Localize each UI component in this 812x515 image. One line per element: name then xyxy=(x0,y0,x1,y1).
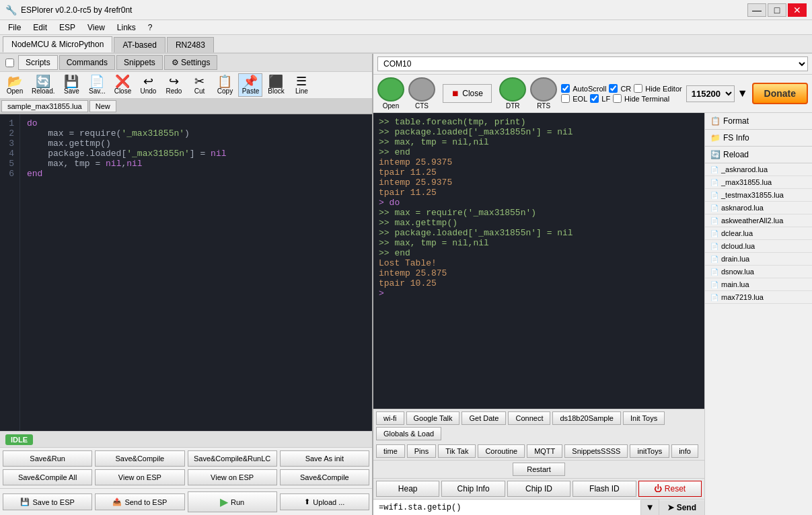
close-serial-button[interactable]: ⏹ Close xyxy=(443,84,492,103)
maximize-button[interactable]: □ xyxy=(768,3,786,17)
open-serial-button[interactable]: Open xyxy=(377,77,404,110)
tab-at[interactable]: AT-based xyxy=(114,37,165,52)
file-asknarod2[interactable]: 📄 asknarod.lua xyxy=(705,202,812,214)
save-as-init-button[interactable]: Save As init xyxy=(280,450,369,467)
block-button[interactable]: ⬛ Block xyxy=(264,73,288,97)
tab-nodemcu[interactable]: NodeMCU & MicroPython xyxy=(3,36,112,52)
rts-button[interactable]: RTS xyxy=(530,77,557,110)
tik-tak-button[interactable]: Tik Tak xyxy=(438,444,476,458)
fs-info-icon: 📁 xyxy=(710,133,721,143)
select-all-checkbox[interactable] xyxy=(5,58,14,67)
eol-checkbox[interactable] xyxy=(561,94,570,103)
file-tab-sample[interactable]: sample_max31855.lua xyxy=(1,100,88,112)
menu-links[interactable]: Links xyxy=(112,22,141,34)
tab-rn2483[interactable]: RN2483 xyxy=(167,37,214,52)
chip-id-button[interactable]: Chip ID xyxy=(507,481,570,497)
save-run-button[interactable]: Save&Run xyxy=(3,450,92,467)
dtr-button[interactable]: DTR xyxy=(499,77,526,110)
file-main[interactable]: 📄 main.lua xyxy=(705,278,812,291)
upload-button[interactable]: ⬆ Upload ... xyxy=(280,493,369,510)
init-toys-button[interactable]: Init Toys xyxy=(623,411,665,425)
tab-settings[interactable]: ⚙ Settings xyxy=(164,55,218,70)
wifi-button[interactable]: wi-fi xyxy=(376,411,404,425)
ds18b20-button[interactable]: ds18b20Sample xyxy=(552,411,621,425)
time-button[interactable]: time xyxy=(376,444,405,458)
autoscroll-checkbox[interactable] xyxy=(561,84,570,93)
menu-view[interactable]: View xyxy=(82,22,110,34)
run-button[interactable]: ▶ Run xyxy=(188,491,277,512)
save-compile-button2[interactable]: Save&Compile xyxy=(280,469,369,485)
view-on-esp-button2[interactable]: View on ESP xyxy=(188,469,277,485)
minimize-button[interactable]: — xyxy=(747,3,766,17)
close-file-button[interactable]: ❌ Close xyxy=(110,73,135,97)
close-button[interactable]: ✕ xyxy=(788,3,807,17)
file-max7219[interactable]: 📄 max7219.lua xyxy=(705,291,812,304)
connect-button[interactable]: Connect xyxy=(508,411,550,425)
menu-esp[interactable]: ESP xyxy=(54,22,81,34)
cts-button[interactable]: CTS xyxy=(408,77,435,110)
code-editor[interactable]: 123456 do max = require('_max31855n') ma… xyxy=(0,114,372,431)
file-dclear[interactable]: 📄 dclear.lua xyxy=(705,227,812,240)
file-askweather[interactable]: 📄 askweatherAll2.lua xyxy=(705,214,812,227)
menu-help[interactable]: ? xyxy=(143,22,158,34)
hide-editor-checkbox[interactable] xyxy=(634,84,642,93)
save-compile-runlc-button[interactable]: Save&Compile&RunLC xyxy=(188,450,277,467)
tab-snippets[interactable]: Snippets xyxy=(116,55,163,70)
send-to-esp-button[interactable]: 📤 Send to ESP xyxy=(95,493,184,510)
google-talk-button[interactable]: Google Talk xyxy=(406,411,460,425)
cut-button[interactable]: ✂ Cut xyxy=(187,73,211,97)
com-port-select[interactable]: COM10 xyxy=(377,56,808,71)
baud-rate-select[interactable]: 115200 9600 57600 xyxy=(686,85,735,102)
save-as-icon: 📄 xyxy=(89,75,104,87)
reset-button[interactable]: ⏻ Reset xyxy=(638,481,702,497)
save-as-button[interactable]: 📄 Sav... xyxy=(85,73,109,97)
tab-commands[interactable]: Commands xyxy=(59,55,115,70)
reload-button[interactable]: 🔄 Reload. xyxy=(28,73,58,97)
view-on-esp-button1[interactable]: View on ESP xyxy=(95,469,184,485)
code-content[interactable]: do max = require('_max31855n') max.gettm… xyxy=(20,114,372,431)
lf-checkbox[interactable] xyxy=(590,94,599,103)
command-input[interactable] xyxy=(373,500,641,515)
get-date-button[interactable]: Get Date xyxy=(462,411,506,425)
send-button[interactable]: ➤ Send xyxy=(659,500,704,515)
mqtt-button[interactable]: MQTT xyxy=(527,444,562,458)
heap-button[interactable]: Heap xyxy=(376,481,439,497)
snippets-button[interactable]: SnippetsSSSS xyxy=(564,444,628,458)
fs-info-button[interactable]: 📁 FS Info xyxy=(705,130,812,147)
save-compile-button[interactable]: Save&Compile xyxy=(95,450,184,467)
chip-info-button[interactable]: Chip Info xyxy=(441,481,505,497)
file-asknarod[interactable]: 📄 _asknarod.lua xyxy=(705,163,812,176)
copy-label: Copy xyxy=(217,87,233,95)
file-tab-new[interactable]: New xyxy=(89,100,116,112)
coroutine-button[interactable]: Coroutine xyxy=(478,444,525,458)
init-toys-button2[interactable]: initToys xyxy=(630,444,669,458)
flash-id-button[interactable]: Flash ID xyxy=(573,481,636,497)
save-to-esp-button[interactable]: 💾 Save to ESP xyxy=(3,493,92,510)
restart-button[interactable]: Restart xyxy=(513,463,564,476)
donate-button[interactable]: Donate xyxy=(752,83,808,104)
save-button[interactable]: 💾 Save xyxy=(59,73,83,97)
pins-button[interactable]: Pins xyxy=(407,444,436,458)
globals-load-button[interactable]: Globals & Load xyxy=(376,427,441,440)
reload-fs-button[interactable]: 🔄 Reload xyxy=(705,147,812,163)
tab-scripts[interactable]: Scripts xyxy=(18,55,58,70)
file-testmax31855[interactable]: 📄 _testmax31855.lua xyxy=(705,189,812,202)
file-drain[interactable]: 📄 drain.lua xyxy=(705,253,812,266)
file-dcloud[interactable]: 📄 dcloud.lua xyxy=(705,240,812,253)
menu-file[interactable]: File xyxy=(3,22,26,34)
redo-button[interactable]: ↪ Redo xyxy=(161,73,186,97)
scroll-down-button[interactable]: ▼ xyxy=(641,500,659,515)
save-compile-all-button[interactable]: Save&Compile All xyxy=(3,469,92,485)
file-dsnow[interactable]: 📄 dsnow.lua xyxy=(705,266,812,278)
hide-terminal-checkbox[interactable] xyxy=(613,94,622,103)
paste-button[interactable]: 📌 Paste xyxy=(238,73,262,97)
format-button[interactable]: 📋 Format xyxy=(705,113,812,130)
info-button[interactable]: info xyxy=(671,444,698,458)
cr-checkbox[interactable] xyxy=(609,84,618,93)
menu-edit[interactable]: Edit xyxy=(28,22,52,34)
file-max31855[interactable]: 📄 _max31855.lua xyxy=(705,176,812,189)
undo-button[interactable]: ↩ Undo xyxy=(136,73,160,97)
open-button[interactable]: 📂 Open xyxy=(3,73,27,97)
line-button[interactable]: ☰ Line xyxy=(289,73,313,97)
copy-button[interactable]: 📋 Copy xyxy=(213,73,237,97)
